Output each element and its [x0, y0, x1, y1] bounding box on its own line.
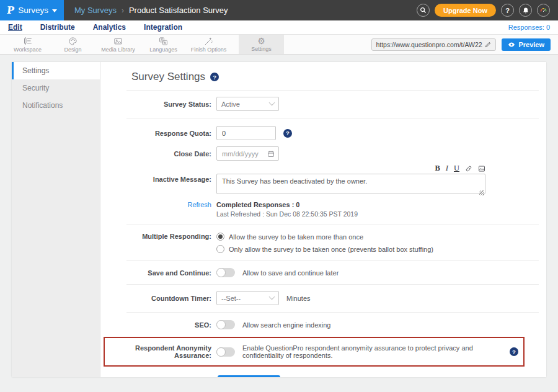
survey-status-row: Survey Status: Active — [100, 97, 546, 111]
response-quota-help-icon[interactable]: ? — [283, 129, 292, 138]
divider — [126, 118, 539, 118]
gauge-icon — [539, 6, 547, 14]
divider — [126, 225, 539, 225]
account-gauge-button[interactable] — [537, 4, 550, 17]
save-changes-button[interactable]: Save Changes — [218, 375, 280, 377]
response-quota-label: Response Quota: — [100, 130, 216, 137]
inactive-message-row: Inactive Message: B I U — [100, 164, 546, 197]
close-date-label: Close Date: — [100, 150, 216, 158]
surveys-app-menu[interactable]: P Surveys — [0, 0, 64, 20]
response-quota-input[interactable] — [216, 126, 276, 140]
content-panel: Settings Security Notifications Survey S… — [12, 62, 546, 377]
italic-button[interactable]: I — [446, 164, 448, 172]
survey-settings-help-icon[interactable]: ? — [210, 73, 219, 81]
tab-integration[interactable]: Integration — [144, 23, 182, 32]
top-header: P Surveys My Surveys › Product Satisfact… — [0, 0, 558, 20]
toolbar-right: https://www.questionpro.com/t/AW22Zf4yf … — [371, 35, 558, 54]
anonymity-help-icon[interactable]: ? — [510, 347, 518, 356]
countdown-timer-row: Countdown Timer: --Set-- Minutes — [100, 291, 546, 305]
chevron-down-icon — [269, 100, 275, 106]
inactive-message-textarea[interactable]: This Survey has been deactivated by the … — [216, 174, 485, 194]
breadcrumb: My Surveys › Product Satisfaction Survey — [74, 6, 228, 15]
toolbar-languages[interactable]: Languages — [141, 35, 186, 54]
breadcrumb-my-surveys[interactable]: My Surveys — [74, 6, 117, 15]
rich-text-toolbar: B I U — [216, 164, 485, 172]
sidebar-item-settings[interactable]: Settings — [12, 62, 100, 79]
radio-take-once[interactable] — [216, 245, 224, 253]
survey-url-text: https://www.questionpro.com/t/AW22Zf4yf — [376, 41, 482, 48]
underline-button[interactable]: U — [454, 164, 459, 172]
completed-responses-text: Completed Responses : 0 — [216, 201, 358, 208]
save-and-continue-label: Save and Continue: — [100, 269, 216, 277]
image-icon — [478, 165, 485, 172]
toolbar-settings[interactable]: ⚙ Settings — [239, 35, 284, 54]
workspace-icon — [23, 37, 32, 46]
survey-status-select[interactable]: Active — [216, 97, 279, 111]
search-button[interactable] — [417, 4, 430, 17]
breadcrumb-current-survey: Product Satisfaction Survey — [129, 6, 228, 15]
toolbar-media-library[interactable]: Media Library — [95, 35, 141, 54]
responses-count: Responses: 0 — [508, 24, 550, 31]
tab-analytics[interactable]: Analytics — [93, 23, 126, 32]
link-button[interactable] — [465, 165, 472, 172]
seo-row: SEO: Allow search engine indexing — [100, 320, 546, 329]
resize-handle[interactable] — [479, 190, 484, 195]
pencil-icon — [485, 41, 492, 48]
magic-wand-icon — [204, 37, 213, 46]
seo-label: SEO: — [100, 321, 216, 329]
app-window: P Surveys My Surveys › Product Satisfact… — [0, 0, 558, 377]
section-tabs: Edit Distribute Analytics Integration Re… — [0, 20, 558, 35]
breadcrumb-separator: › — [122, 6, 124, 15]
seo-toggle[interactable] — [216, 320, 235, 329]
questionpro-logo: P — [6, 4, 15, 16]
last-refreshed-text: Last Refreshed : Sun Dec 08 22:50:35 PST… — [216, 210, 358, 218]
gear-icon: ⚙ — [257, 37, 265, 45]
countdown-timer-select[interactable]: --Set-- — [216, 291, 279, 305]
toolbar-workspace[interactable]: Workspace — [5, 35, 50, 54]
chevron-down-icon — [52, 9, 57, 12]
save-and-continue-toggle[interactable] — [216, 268, 235, 277]
anonymity-toggle[interactable] — [216, 347, 235, 357]
help-button[interactable]: ? — [501, 4, 514, 17]
inactive-message-label: Inactive Message: — [100, 164, 216, 183]
divider — [126, 90, 539, 91]
bell-icon — [522, 7, 529, 14]
toolbar-design[interactable]: Design — [50, 35, 95, 54]
survey-status-label: Survey Status: — [100, 100, 216, 108]
surveys-menu-label: Surveys — [18, 6, 48, 15]
respondent-anonymity-highlight-box: Respondent Anonymity Assurance: Enable Q… — [104, 337, 525, 367]
multiple-responding-row: Multiple Responding: Allow the survey to… — [100, 233, 546, 253]
translate-icon — [159, 37, 168, 46]
close-date-row: Close Date: — [100, 146, 546, 161]
survey-settings-form: Survey Settings ? Survey Status: Active … — [100, 62, 546, 377]
preview-button[interactable]: Preview — [502, 38, 551, 51]
anonymity-label: Respondent Anonymity Assurance: — [105, 344, 216, 359]
divider — [126, 284, 539, 285]
bold-button[interactable]: B — [435, 164, 440, 172]
refresh-link[interactable]: Refresh — [187, 201, 211, 208]
link-icon — [465, 165, 472, 172]
header-actions: Upgrade Now ? — [417, 4, 558, 17]
question-mark-icon: ? — [505, 7, 510, 14]
palette-icon — [68, 37, 78, 46]
insert-image-button[interactable] — [478, 165, 485, 172]
toolbar-finish-options[interactable]: Finish Options — [186, 35, 231, 54]
save-and-continue-row: Save and Continue: Allow to save and con… — [100, 268, 546, 277]
multiple-responding-label: Multiple Responding: — [100, 233, 216, 240]
divider — [126, 260, 539, 261]
search-icon — [420, 7, 427, 14]
page-title: Survey Settings — [131, 71, 205, 83]
response-quota-row: Response Quota: ? — [100, 126, 546, 140]
tab-edit[interactable]: Edit — [8, 23, 22, 32]
sidebar-item-security[interactable]: Security — [12, 79, 100, 97]
sidebar-item-notifications[interactable]: Notifications — [12, 97, 100, 114]
radio-take-more-than-once[interactable] — [216, 233, 224, 241]
survey-url-field[interactable]: https://www.questionpro.com/t/AW22Zf4yf — [371, 38, 496, 51]
eye-icon — [508, 41, 515, 48]
upgrade-now-button[interactable]: Upgrade Now — [435, 4, 496, 17]
settings-sidebar: Settings Security Notifications — [12, 62, 100, 377]
tab-distribute[interactable]: Distribute — [40, 23, 75, 32]
notifications-button[interactable] — [519, 4, 532, 17]
edit-url-button[interactable] — [482, 41, 492, 48]
close-date-input[interactable] — [216, 146, 279, 161]
